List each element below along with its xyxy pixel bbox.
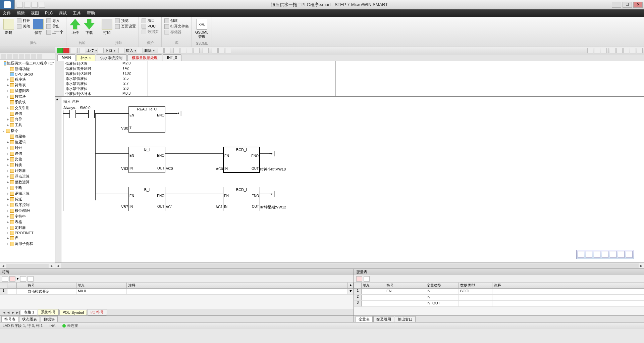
open-folder-button[interactable]: 打开文件夹 [164, 24, 189, 29]
nav-first-button[interactable]: |◄ [1, 310, 6, 314]
fbox-bcdi-2[interactable]: BCD_I EN ENO AC1 IN OUT 时钟星期:VW12 [223, 187, 260, 211]
sym-tb-btn[interactable] [28, 276, 34, 282]
tree-item[interactable]: CPU SR60 [0, 72, 55, 77]
tb-btn[interactable] [212, 48, 218, 53]
tb-btn[interactable] [180, 48, 186, 53]
tree-item[interactable]: +符号表 [0, 82, 55, 88]
no-contact[interactable] [88, 110, 95, 118]
tb-download-label[interactable]: 下载 [104, 48, 113, 53]
qat-print-icon[interactable] [39, 2, 45, 8]
tree-item[interactable]: +计数器 [0, 168, 55, 174]
bottom-tab[interactable]: 交叉引用 [373, 316, 394, 323]
tree-item[interactable]: -指令 [0, 128, 55, 134]
maximize-button[interactable]: ☐ [623, 2, 632, 8]
sheet-tab[interactable]: POU Symbol [59, 310, 87, 315]
tree-item[interactable]: +库 [0, 235, 55, 241]
qat-open-icon[interactable] [24, 2, 30, 8]
tree-item[interactable]: +整数运算 [0, 179, 55, 185]
sym-tb-btn[interactable] [2, 276, 8, 282]
tb-btn[interactable] [610, 48, 616, 53]
tree-tb-btn[interactable] [25, 54, 30, 59]
page-setup-button[interactable]: 页面设置 [115, 24, 136, 29]
close-file-button[interactable]: 关闭 [17, 24, 30, 29]
tree-item[interactable]: +逻辑运算 [0, 191, 55, 196]
bottom-tab[interactable]: 输出窗口 [395, 316, 416, 323]
tree-tb-btn[interactable] [37, 54, 42, 59]
tb-btn[interactable] [218, 48, 224, 53]
tree-item[interactable]: 新增功能 [0, 66, 55, 72]
nav-last-button[interactable]: ►| [15, 310, 20, 314]
preview-button[interactable]: 预览 [115, 18, 136, 23]
tree-item[interactable]: 系统块 [0, 99, 55, 105]
tb-btn[interactable] [164, 48, 170, 53]
tb-btn[interactable] [637, 48, 643, 53]
tree-item[interactable]: +浮点运算 [0, 174, 55, 179]
fbox-bi-1[interactable]: B_I EN ENO VB3 IN OUT AC0 [128, 147, 165, 173]
bottom-tab[interactable]: 变量表 [356, 316, 373, 323]
minimize-button[interactable]: — [612, 2, 621, 8]
new-button[interactable]: 新建 [3, 18, 15, 36]
ft-btn[interactable] [578, 251, 584, 258]
tb-btn[interactable] [616, 48, 623, 53]
qat-save-icon[interactable] [32, 2, 38, 8]
tb-btn[interactable] [225, 48, 231, 53]
run-button[interactable] [57, 48, 63, 53]
var-decl-row[interactable]: 高液位到达延时T102 [55, 71, 644, 76]
var-row[interactable]: 3IN_OUT [354, 301, 644, 307]
menu-edit[interactable]: 编辑 [17, 10, 25, 16]
tb-delete-icon[interactable] [137, 48, 143, 53]
tree-item[interactable]: +PROFINET [0, 231, 55, 235]
tree-item[interactable]: +位逻辑 [0, 139, 55, 145]
sym-tb-btn[interactable] [9, 276, 15, 282]
tb-btn[interactable] [594, 48, 600, 53]
tb-insert-icon[interactable] [118, 48, 124, 53]
var-decl-row[interactable]: 低液位离开延时T42 [55, 66, 644, 71]
tree-item[interactable]: 通信 [0, 111, 55, 116]
tree-item[interactable]: +程序控制 [0, 202, 55, 208]
editor-tab[interactable]: 供水系统控制 [96, 54, 127, 61]
download-button[interactable]: 下载 [83, 18, 95, 36]
tree-hscroll[interactable]: ◄► [0, 262, 55, 268]
tree-item[interactable]: +中断 [0, 185, 55, 191]
var-decl-row[interactable]: 低液位到达置M2.0 [55, 61, 644, 66]
menu-help[interactable]: 帮助 [87, 10, 95, 16]
var-decl-row[interactable]: 原水箱高液位I2.7 [55, 81, 644, 86]
tree-item[interactable]: 收藏夹 [0, 134, 55, 139]
ft-btn[interactable] [610, 251, 616, 258]
import-button[interactable]: 导入 [46, 18, 63, 23]
tb-btn[interactable] [187, 48, 193, 53]
sheet-tab[interactable]: 表格 1 [21, 309, 37, 315]
tree-item[interactable]: +转换 [0, 162, 55, 168]
bottom-tab[interactable]: 状态图表 [19, 316, 40, 323]
editor-tab[interactable]: MAIN [57, 54, 75, 61]
print-button[interactable]: 打印 [101, 18, 113, 36]
tree-item[interactable]: +通信 [0, 151, 55, 156]
menu-plc[interactable]: PLC [45, 11, 53, 15]
tb-btn[interactable] [194, 48, 200, 53]
tree-tb-btn[interactable] [7, 54, 12, 59]
tb-btn[interactable] [173, 48, 179, 53]
ladder-diagram[interactable]: ▲ 输入 注释 Always… SM0.0 READ_RTC EN ENO VB… [55, 97, 644, 262]
tree-item[interactable]: +定时器 [0, 225, 55, 231]
var-decl-row[interactable]: 原水箱中液位I2.6 [55, 86, 644, 91]
fbox-bi-2[interactable]: B_I EN ENO VB7 IN OUT AC1 [128, 187, 165, 211]
tree-item[interactable]: +向导 [0, 116, 55, 122]
var-decl-row[interactable]: 原水箱低液位I2.5 [55, 76, 644, 81]
menu-view[interactable]: 视图 [31, 10, 39, 16]
nav-next-button[interactable]: ► [11, 310, 15, 314]
fbox-bcdi-1[interactable]: BCD_I EN ENO AC0 IN OUT 时钟小时:VW10 [223, 147, 260, 173]
tb-btn[interactable] [587, 48, 593, 53]
symbol-row[interactable]: 1 自动模式开启 M0.0 ▼ [0, 289, 354, 295]
editor-hscroll[interactable]: ◄► [55, 262, 644, 268]
project-button[interactable]: 项目 [142, 18, 159, 23]
editor-tab[interactable]: INT_0 [163, 54, 181, 61]
tree-item[interactable]: +传送 [0, 196, 55, 202]
fbox-read-rtc[interactable]: READ_RTC EN ENO VB0 T [128, 106, 165, 133]
upload-button[interactable]: 上传 [69, 18, 81, 36]
nav-prev-button[interactable]: ◄ [6, 310, 11, 314]
pou-button[interactable]: POU [142, 24, 159, 29]
stop-button[interactable] [63, 48, 69, 53]
tree-item[interactable]: +交叉引用 [0, 105, 55, 111]
tree-item[interactable]: +表格 [0, 219, 55, 225]
memory-button[interactable]: 存储器 [164, 30, 189, 35]
